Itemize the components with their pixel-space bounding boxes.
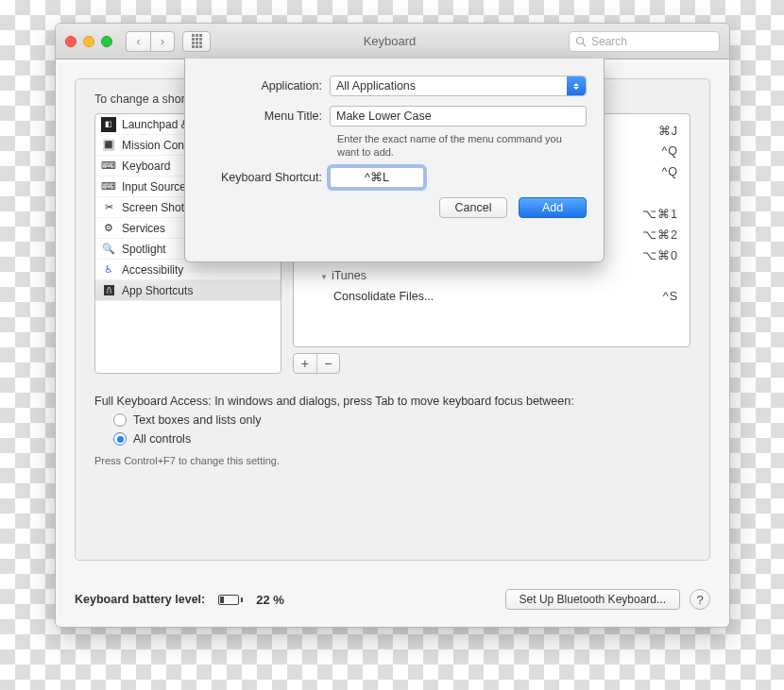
launchpad-icon: ◧	[101, 117, 116, 132]
forward-button[interactable]: ›	[150, 31, 175, 52]
radio-text-boxes[interactable]: Text boxes and lists only	[113, 413, 690, 427]
menu-title-label: Menu Title:	[202, 109, 330, 123]
application-label: Application:	[202, 79, 330, 93]
menu-title-input[interactable]: Make Lower Case	[330, 106, 587, 126]
keyboard-shortcut-label: Keyboard Shortcut:	[202, 171, 330, 184]
cancel-button[interactable]: Cancel	[439, 197, 507, 218]
add-shortcut-sheet: Application: All Applications Menu Title…	[184, 59, 605, 262]
chevron-updown-icon	[567, 76, 586, 95]
full-keyboard-access-label: Full Keyboard Access: In windows and dia…	[94, 395, 690, 408]
add-button[interactable]: Add	[519, 197, 587, 218]
accessibility-icon: ♿︎	[101, 262, 116, 278]
help-button[interactable]: ?	[690, 589, 710, 610]
search-icon	[575, 36, 587, 47]
close-icon[interactable]	[65, 36, 77, 47]
services-icon: ⚙	[101, 221, 116, 236]
window-controls	[65, 36, 112, 47]
shortcut-row[interactable]: Consolidate Files...^S	[294, 286, 690, 307]
battery-percent: 22 %	[256, 593, 284, 607]
sidebar-item-accessibility[interactable]: ♿︎Accessibility	[95, 260, 281, 280]
application-select[interactable]: All Applications	[330, 76, 587, 96]
screenshot-icon: ✂	[101, 200, 116, 215]
radio-icon	[113, 413, 127, 427]
show-all-button[interactable]	[182, 31, 211, 52]
search-input[interactable]: Search	[569, 31, 720, 52]
svg-line-1	[583, 43, 586, 46]
input-sources-icon: ⌨	[101, 179, 116, 194]
add-remove-buttons: + −	[293, 353, 340, 374]
sidebar-item-app-shortcuts[interactable]: 🅰App Shortcuts	[95, 280, 281, 301]
titlebar: ‹ › Keyboard Search	[56, 24, 729, 59]
grid-icon	[192, 34, 202, 48]
app-shortcuts-icon: 🅰	[101, 283, 116, 298]
minimize-icon[interactable]	[83, 36, 94, 47]
bluetooth-keyboard-button[interactable]: Set Up Bluetooth Keyboard...	[505, 589, 680, 610]
window-title: Keyboard	[218, 34, 561, 48]
mission-control-icon: 🔳	[101, 138, 116, 153]
svg-point-0	[577, 37, 584, 43]
radio-icon	[113, 432, 127, 446]
battery-icon	[218, 595, 243, 605]
menu-title-help: Enter the exact name of the menu command…	[337, 132, 587, 160]
battery-label: Keyboard battery level:	[75, 593, 205, 606]
footer: Keyboard battery level: 22 % Set Up Blue…	[75, 589, 710, 610]
add-button[interactable]: +	[294, 354, 317, 373]
nav-buttons: ‹ ›	[126, 31, 175, 52]
keyboard-shortcut-input[interactable]: ^⌘L	[330, 167, 424, 188]
zoom-icon[interactable]	[101, 36, 112, 47]
remove-button[interactable]: −	[317, 354, 340, 373]
radio-all-controls[interactable]: All controls	[113, 432, 690, 446]
spotlight-icon: 🔍	[101, 242, 116, 257]
back-button[interactable]: ‹	[126, 31, 150, 52]
shortcut-group-itunes[interactable]: iTunes	[294, 265, 690, 286]
keyboard-icon: ⌨	[101, 159, 116, 174]
fka-hint: Press Control+F7 to change this setting.	[94, 455, 690, 466]
search-placeholder: Search	[591, 35, 627, 48]
